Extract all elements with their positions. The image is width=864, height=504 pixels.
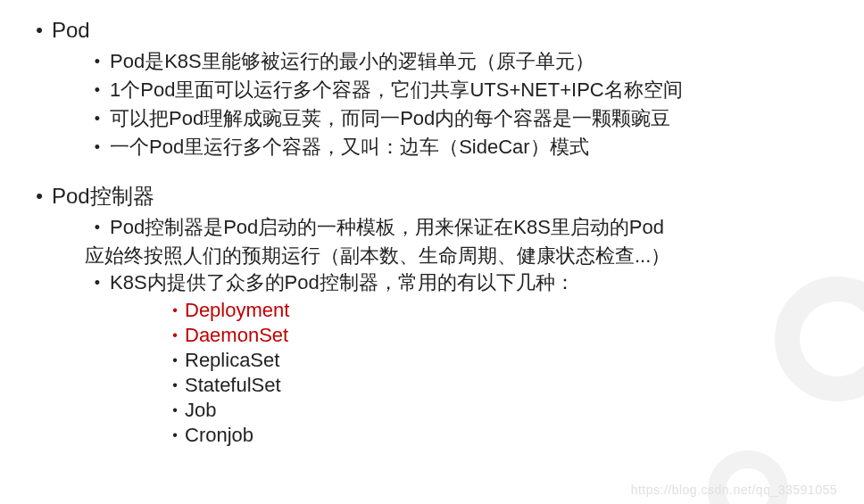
bullet-icon: •	[85, 214, 110, 241]
bullet-icon: •	[165, 323, 185, 348]
section-heading: • Pod控制器	[27, 182, 837, 211]
item-text: ReplicaSet	[185, 348, 279, 373]
bullet-icon: •	[85, 105, 110, 132]
item-text: Job	[185, 398, 216, 423]
section-body: • Pod控制器是Pod启动的一种模板，用来保证在K8S里启动的Pod 应始终按…	[85, 214, 837, 448]
item-text: StatefulSet	[185, 373, 281, 398]
list-item: • 1个Pod里面可以运行多个容器，它们共享UTS+NET+IPC名称空间	[85, 77, 837, 103]
bullet-icon: •	[27, 16, 52, 45]
bullet-icon: •	[165, 298, 185, 323]
section-title: Pod控制器	[52, 182, 154, 211]
list-item: • ReplicaSet	[165, 348, 837, 373]
section-title: Pod	[52, 16, 90, 45]
item-text: Cronjob	[185, 423, 253, 448]
item-text: Deployment	[185, 298, 289, 323]
bullet-icon: •	[85, 77, 110, 103]
list-item: • Pod控制器是Pod启动的一种模板，用来保证在K8S里启动的Pod	[85, 214, 837, 241]
watermark: https://blog.csdn.net/qq_33591055	[631, 483, 837, 497]
bullet-icon: •	[165, 348, 185, 373]
bullet-icon: •	[85, 269, 110, 296]
bullet-icon: •	[165, 373, 185, 398]
item-text: 应始终按照人们的预期运行（副本数、生命周期、健康状态检查...）	[85, 243, 837, 269]
list-item: • Job	[165, 398, 837, 423]
bullet-icon: •	[85, 48, 110, 75]
item-text: 一个Pod里运行多个容器，又叫：边车（SideCar）模式	[110, 134, 589, 161]
item-text: K8S内提供了众多的Pod控制器，常用的有以下几种：	[110, 269, 575, 296]
section-body: • Pod是K8S里能够被运行的最小的逻辑单元（原子单元） • 1个Pod里面可…	[85, 48, 837, 161]
item-text: 可以把Pod理解成豌豆荚，而同一Pod内的每个容器是一颗颗豌豆	[110, 105, 670, 132]
list-item: • 可以把Pod理解成豌豆荚，而同一Pod内的每个容器是一颗颗豌豆	[85, 105, 837, 132]
item-text: DaemonSet	[185, 323, 288, 348]
list-item: • DaemonSet	[165, 323, 837, 348]
bullet-icon: •	[165, 398, 185, 423]
list-item: • StatefulSet	[165, 373, 837, 398]
item-text: Pod控制器是Pod启动的一种模板，用来保证在K8S里启动的Pod	[110, 214, 664, 241]
bullet-icon: •	[27, 182, 52, 211]
list-item: • 一个Pod里运行多个容器，又叫：边车（SideCar）模式	[85, 134, 837, 161]
list-item: • Deployment	[165, 298, 837, 323]
item-text: Pod是K8S里能够被运行的最小的逻辑单元（原子单元）	[110, 48, 594, 75]
list-item-continuation: 应始终按照人们的预期运行（副本数、生命周期、健康状态检查...）	[51, 243, 837, 269]
list-item: • Cronjob	[165, 423, 837, 448]
sub-list: • Deployment • DaemonSet • ReplicaSet • …	[165, 298, 837, 448]
bullet-icon: •	[85, 134, 110, 161]
bullet-icon: •	[165, 423, 185, 448]
slide-content: • Pod • Pod是K8S里能够被运行的最小的逻辑单元（原子单元） • 1个…	[0, 0, 864, 466]
list-item: • K8S内提供了众多的Pod控制器，常用的有以下几种：	[85, 269, 837, 296]
item-text: 1个Pod里面可以运行多个容器，它们共享UTS+NET+IPC名称空间	[110, 77, 683, 103]
list-item: • Pod是K8S里能够被运行的最小的逻辑单元（原子单元）	[85, 48, 837, 75]
section-heading: • Pod	[27, 16, 837, 45]
